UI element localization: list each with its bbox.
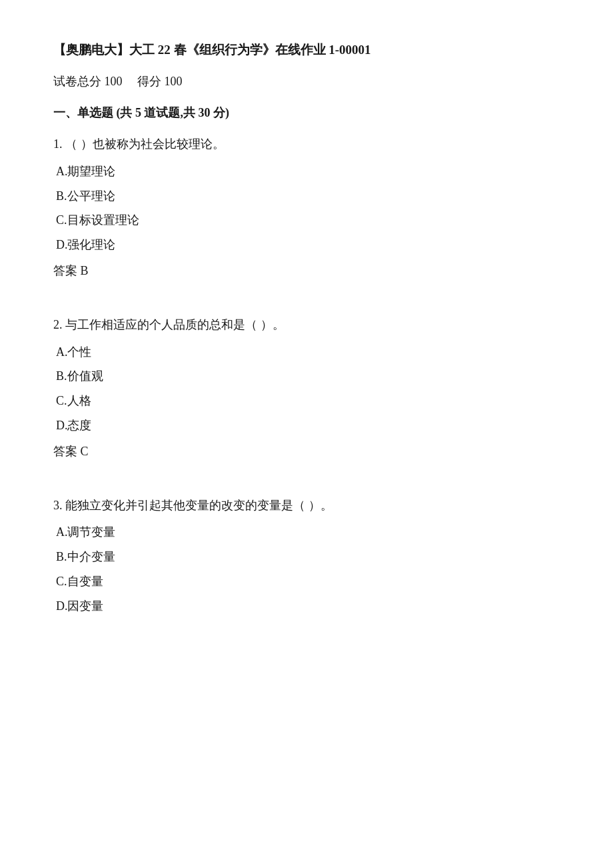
question-2-answer: 答案 C bbox=[53, 442, 560, 461]
question-1-option-b: B.公平理论 bbox=[53, 187, 560, 206]
score-line: 试卷总分 100 得分 100 bbox=[53, 72, 560, 91]
question-1-option-a: A.期望理论 bbox=[53, 162, 560, 181]
question-3-body: 能独立变化并引起其他变量的改变的变量是（ ）。 bbox=[65, 499, 332, 512]
question-3: 3. 能独立变化并引起其他变量的改变的变量是（ ）。 A.调节变量 B.中介变量… bbox=[53, 496, 560, 616]
question-3-option-a: A.调节变量 bbox=[53, 523, 560, 542]
question-2-number: 2. bbox=[53, 318, 63, 331]
question-2-text: 2. 与工作相适应的个人品质的总和是（ ）。 bbox=[53, 315, 560, 335]
page-title: 【奥鹏电大】大工 22 春《组织行为学》在线作业 1-00001 bbox=[53, 40, 560, 60]
question-2-option-c: C.人格 bbox=[53, 391, 560, 411]
question-1-body: （ ）也被称为社会比较理论。 bbox=[65, 137, 225, 151]
question-3-option-d: D.因变量 bbox=[53, 597, 560, 616]
question-3-number: 3. bbox=[53, 499, 63, 512]
question-1-text: 1. （ ）也被称为社会比较理论。 bbox=[53, 135, 560, 154]
question-3-option-c: C.自变量 bbox=[53, 572, 560, 591]
question-3-option-b: B.中介变量 bbox=[53, 547, 560, 567]
question-1-number: 1. bbox=[53, 137, 63, 151]
total-score-label: 试卷总分 100 bbox=[53, 75, 123, 88]
question-2-option-a: A.个性 bbox=[53, 343, 560, 362]
question-1: 1. （ ）也被称为社会比较理论。 A.期望理论 B.公平理论 C.目标设置理论… bbox=[53, 135, 560, 281]
question-1-option-c: C.目标设置理论 bbox=[53, 211, 560, 230]
question-2-option-b: B.价值观 bbox=[53, 367, 560, 386]
question-1-option-d: D.强化理论 bbox=[53, 235, 560, 255]
question-2-body: 与工作相适应的个人品质的总和是（ ）。 bbox=[65, 318, 285, 331]
question-3-text: 3. 能独立变化并引起其他变量的改变的变量是（ ）。 bbox=[53, 496, 560, 515]
question-2-option-d: D.态度 bbox=[53, 416, 560, 435]
question-2: 2. 与工作相适应的个人品质的总和是（ ）。 A.个性 B.价值观 C.人格 D… bbox=[53, 315, 560, 461]
score-label: 得分 100 bbox=[137, 75, 183, 88]
section-title: 一、单选题 (共 5 道试题,共 30 分) bbox=[53, 103, 560, 123]
question-1-answer: 答案 B bbox=[53, 261, 560, 281]
